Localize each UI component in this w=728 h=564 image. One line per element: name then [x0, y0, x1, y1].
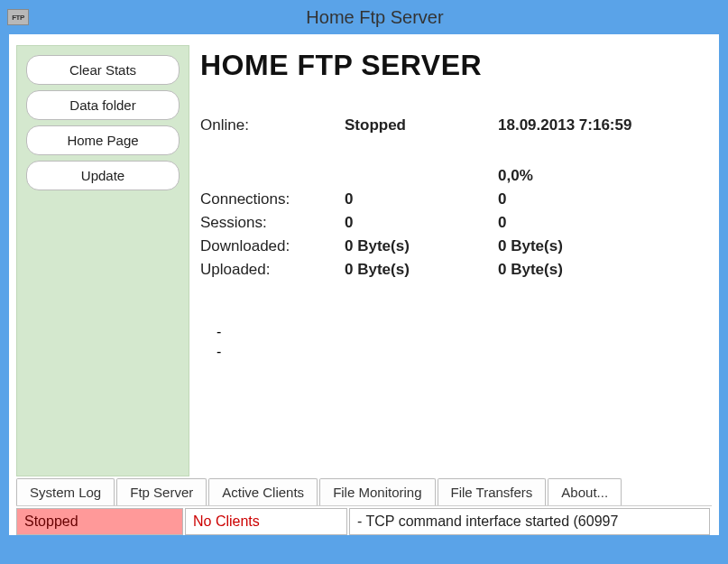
- tabs-row: System Log Ftp Server Active Clients Fil…: [16, 478, 712, 506]
- window-title: Home Ftp Server: [29, 7, 721, 28]
- stats-grid: Online: Stopped 18.09.2013 7:16:59 0,0% …: [200, 116, 708, 279]
- status-message: - TCP command interface started (60997: [349, 508, 710, 535]
- app-heading: HOME FTP SERVER: [200, 49, 708, 82]
- status-server-state: Stopped: [16, 508, 183, 535]
- value-sessions-total: 0: [498, 214, 708, 232]
- value-timestamp: 18.09.2013 7:16:59: [498, 116, 708, 134]
- dash-lines: - -: [217, 322, 708, 362]
- label-connections: Connections:: [200, 190, 345, 208]
- value-percent: 0,0%: [498, 167, 708, 185]
- status-bar: Stopped No Clients - TCP command interfa…: [16, 508, 712, 535]
- tab-file-monitoring[interactable]: File Monitoring: [319, 478, 435, 505]
- dash-2: -: [217, 342, 708, 362]
- sidebar: Clear Stats Data folder Home Page Update: [16, 45, 189, 476]
- label-online: Online:: [200, 116, 345, 134]
- value-connections-total: 0: [498, 190, 708, 208]
- label-downloaded: Downloaded:: [200, 237, 345, 255]
- label-sessions: Sessions:: [200, 214, 345, 232]
- dash-1: -: [217, 322, 708, 342]
- tab-system-log[interactable]: System Log: [16, 478, 115, 505]
- tab-about[interactable]: About...: [548, 478, 622, 505]
- status-clients: No Clients: [185, 508, 347, 535]
- update-button[interactable]: Update: [26, 161, 180, 190]
- value-downloaded-total: 0 Byte(s): [498, 237, 708, 255]
- label-uploaded: Uploaded:: [200, 261, 345, 279]
- value-sessions-current: 0: [345, 214, 498, 232]
- value-uploaded-total: 0 Byte(s): [498, 261, 708, 279]
- value-downloaded-current: 0 Byte(s): [345, 237, 498, 255]
- main-frame: Clear Stats Data folder Home Page Update…: [9, 34, 719, 535]
- tab-ftp-server[interactable]: Ftp Server: [116, 478, 207, 505]
- ftp-app-icon: FTP: [7, 9, 29, 25]
- value-connections-current: 0: [345, 190, 498, 208]
- clear-stats-button[interactable]: Clear Stats: [26, 55, 180, 85]
- value-online-status: Stopped: [345, 116, 498, 134]
- tab-active-clients[interactable]: Active Clients: [208, 478, 318, 505]
- main-panel: HOME FTP SERVER Online: Stopped 18.09.20…: [198, 45, 712, 476]
- tab-file-transfers[interactable]: File Transfers: [438, 478, 547, 505]
- home-page-button[interactable]: Home Page: [26, 125, 180, 155]
- data-folder-button[interactable]: Data folder: [26, 90, 180, 120]
- value-uploaded-current: 0 Byte(s): [345, 261, 498, 279]
- titlebar: FTP Home Ftp Server: [0, 0, 728, 34]
